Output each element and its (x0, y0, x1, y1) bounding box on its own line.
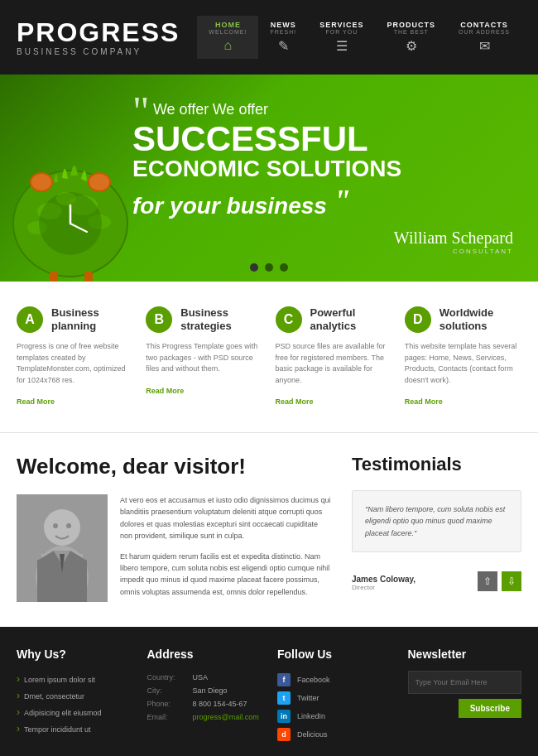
testimonial-prev-button[interactable]: ⇧ (478, 571, 497, 591)
testimonial-nav: ⇧ ⇩ (478, 571, 521, 591)
feature-b-header: B Business strategies (146, 306, 262, 333)
social-delicious[interactable]: d Delicious (277, 725, 391, 744)
feature-c-title: Powerful analytics (310, 306, 392, 332)
feature-c-text: PSD source files are available for free … (276, 341, 392, 386)
feature-c-link[interactable]: Read More (276, 397, 314, 406)
feature-a-letter: A (17, 306, 43, 333)
hero-economic: ECONOMIC SOLUTIONS (132, 156, 513, 182)
nav-services-label: SERVICES (319, 21, 363, 29)
feature-d-letter: D (405, 306, 431, 333)
logo-title: PROGRESS (17, 19, 182, 46)
feature-a-link[interactable]: Read More (17, 397, 55, 406)
welcome-photo (17, 494, 108, 602)
hero-we-offer: We offer (153, 101, 209, 118)
hero-slider-dots (250, 263, 288, 272)
feature-d: D Worldwide solutions This website templ… (405, 306, 521, 407)
welcome-para-2: Et harum quidem rerum facilis est et exp… (120, 551, 331, 599)
social-facebook[interactable]: f Facebook (277, 671, 391, 689)
twitter-label: Twitter (297, 694, 319, 702)
hero-clock (0, 116, 149, 282)
svg-point-22 (66, 523, 71, 528)
feature-b-letter: B (146, 306, 172, 333)
hero-section: " We offer We offer SUCCESSFUL ECONOMIC … (0, 75, 538, 282)
nav-home-sub: WELCOME! (209, 29, 247, 35)
feature-d-link[interactable]: Read More (405, 397, 443, 406)
svg-point-18 (44, 509, 80, 546)
newsletter-email-input[interactable] (408, 671, 522, 694)
testimonial-role: Director (352, 584, 416, 591)
nav-contacts[interactable]: CONTACTS OUR ADDRESS ✉ (447, 16, 521, 59)
welcome-inner: At vero eos et accusamus et iusto odio d… (17, 494, 331, 606)
contacts-icon: ✉ (479, 38, 490, 54)
testimonial-footer: James Coloway, Director ⇧ ⇩ (352, 565, 521, 591)
nav-home-label: HOME (215, 21, 241, 29)
feature-b-title: Business strategies (180, 306, 262, 332)
city-label: City: (147, 686, 189, 695)
features-section: A Business planning Progress is one of f… (0, 282, 538, 433)
twitter-icon: t (277, 691, 291, 705)
slide-dot-2[interactable] (265, 263, 273, 272)
feature-c-header: C Powerful analytics (276, 306, 392, 333)
feature-a: A Business planning Progress is one of f… (17, 306, 133, 407)
consultant-role: CONSULTANT (132, 248, 513, 255)
nav-products[interactable]: PRODUCTS THE BEST ⚙ (376, 16, 448, 59)
welcome-section: Welcome, dear visitor! (17, 454, 331, 606)
delicious-label: Delicious (297, 730, 328, 739)
newsletter-subscribe-button[interactable]: Subscribe (459, 699, 521, 718)
hero-for-your: for your business " (132, 182, 513, 220)
feature-d-header: D Worldwide solutions (405, 306, 521, 333)
email-value[interactable]: progress@mail.com (193, 713, 259, 721)
footer-why-us-title: Why Us? (17, 648, 131, 661)
feature-b-text: This Progress Template goes with two pac… (146, 341, 262, 375)
welcome-para-1: At vero eos et accusamus et iusto odio d… (120, 494, 331, 542)
testimonial-quote: "Nam libero tempore, cum soluta nobis es… (365, 503, 508, 539)
footer-address: Address Country: USA City: San Diego Pho… (147, 648, 262, 744)
logo-subtitle: BUSINESS COMPANY (17, 47, 182, 56)
testimonial-box: "Nam libero tempore, cum soluta nobis es… (352, 490, 521, 552)
hero-we-offer-text: We offer (213, 101, 268, 118)
services-icon: ☰ (336, 38, 348, 54)
phone-value: 8 800 154-45-67 (193, 700, 247, 708)
slide-dot-1[interactable] (250, 263, 258, 272)
footer: Why Us? Lorem ipsum dolor sit Dmet, cons… (0, 627, 538, 756)
country-label: Country: (147, 673, 189, 681)
nav-news[interactable]: NEWS FRESH! ✎ (258, 16, 308, 59)
nav-news-sub: FRESH! (270, 29, 296, 35)
header: PROGRESS BUSINESS COMPANY HOME WELCOME! … (0, 0, 538, 75)
feature-d-title: Worldwide solutions (440, 306, 521, 332)
feature-a-text: Progress is one of free website template… (17, 341, 133, 386)
list-item[interactable]: Adipisicing elit eiusmod (17, 704, 131, 720)
testimonial-author: James Coloway, (352, 575, 416, 584)
footer-city-row: City: San Diego (147, 684, 262, 697)
list-item[interactable]: Dmet, consectetur (17, 687, 131, 704)
footer-address-title: Address (147, 648, 262, 661)
facebook-label: Facebook (297, 676, 330, 684)
list-item[interactable]: Tempor incididunt ut (17, 720, 131, 737)
testimonial-author-block: James Coloway, Director (352, 565, 416, 591)
social-linkedin[interactable]: in LinkedIn (277, 707, 391, 725)
testimonial-next-button[interactable]: ⇩ (502, 571, 521, 591)
svg-point-14 (89, 174, 109, 190)
nav-home[interactable]: HOME WELCOME! ⌂ (197, 16, 258, 59)
footer-social-list: f Facebook t Twitter in LinkedIn d Delic… (277, 671, 391, 744)
nav-news-label: NEWS (271, 21, 296, 29)
hero-signature: William Schepard CONSULTANT (132, 229, 513, 255)
facebook-icon: f (277, 673, 291, 686)
logo: PROGRESS BUSINESS COMPANY (17, 19, 182, 56)
feature-d-text: This website template has several pages:… (405, 341, 521, 386)
welcome-body: At vero eos et accusamus et iusto odio d… (120, 494, 331, 606)
products-icon: ⚙ (406, 38, 417, 54)
nav-services[interactable]: SERVICES FOR YOU ☰ (308, 16, 375, 59)
svg-rect-15 (50, 272, 58, 282)
slide-dot-3[interactable] (280, 263, 288, 272)
linkedin-label: LinkedIn (297, 712, 325, 720)
testimonials-title: Testimonials (352, 454, 521, 475)
feature-b: B Business strategies This Progress Temp… (146, 306, 262, 407)
feature-b-link[interactable]: Read More (146, 387, 184, 395)
social-twitter[interactable]: t Twitter (277, 689, 391, 707)
footer-newsletter: Newsletter Subscribe (408, 648, 522, 744)
welcome-title: Welcome, dear visitor! (17, 454, 331, 479)
city-value: San Diego (193, 686, 228, 695)
news-icon: ✎ (278, 38, 289, 54)
list-item[interactable]: Lorem ipsum dolor sit (17, 671, 131, 687)
